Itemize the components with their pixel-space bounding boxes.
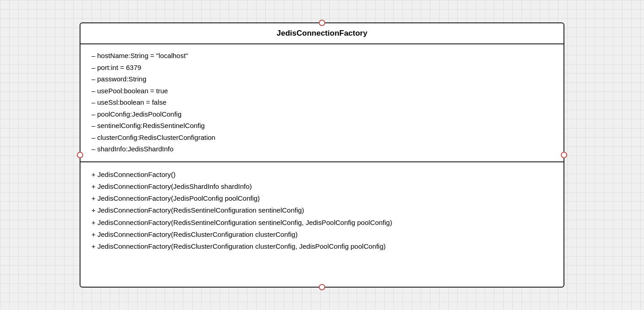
method-line: + JedisConnectionFactory(RedisClusterCon… [91, 241, 553, 252]
connector-bottom [319, 284, 325, 290]
attribute-line: – clusterConfig:RedisClusterConfigration [91, 132, 553, 144]
uml-diagram: JedisConnectionFactory – hostName:String… [80, 22, 564, 288]
attribute-line: – shardInfo:JedisShardInfo [91, 143, 553, 155]
method-line: + JedisConnectionFactory(JedisShardInfo … [91, 181, 553, 192]
attribute-line: – password:String [91, 73, 553, 85]
attribute-line: – poolConfig:JedisPoolConfig [91, 108, 553, 120]
uml-class-box: JedisConnectionFactory – hostName:String… [80, 22, 564, 288]
method-line: + JedisConnectionFactory(RedisClusterCon… [91, 229, 553, 241]
method-line: + JedisConnectionFactory(JedisPoolConfig… [91, 192, 553, 204]
attribute-line: – hostName:String = "localhost" [91, 50, 553, 62]
methods-section: + JedisConnectionFactory()+ JedisConnect… [80, 162, 564, 262]
class-title: JedisConnectionFactory [80, 23, 564, 44]
attribute-line: – useSsl:boolean = false [91, 96, 553, 108]
attribute-line: – sentinelConfig:RedisSentinelConfig [91, 120, 553, 132]
connector-right [561, 152, 567, 158]
class-title-text: JedisConnectionFactory [277, 29, 367, 37]
method-line: + JedisConnectionFactory() [91, 169, 553, 181]
method-line: + JedisConnectionFactory(RedisSentinelCo… [91, 204, 553, 216]
attribute-line: – usePool:boolean = true [91, 85, 553, 97]
attributes-section: – hostName:String = "localhost"– port:in… [80, 44, 564, 162]
connector-top [319, 20, 325, 26]
connector-left [77, 152, 83, 158]
attribute-line: – port:int = 6379 [91, 62, 553, 74]
method-line: + JedisConnectionFactory(RedisSentinelCo… [91, 217, 553, 229]
